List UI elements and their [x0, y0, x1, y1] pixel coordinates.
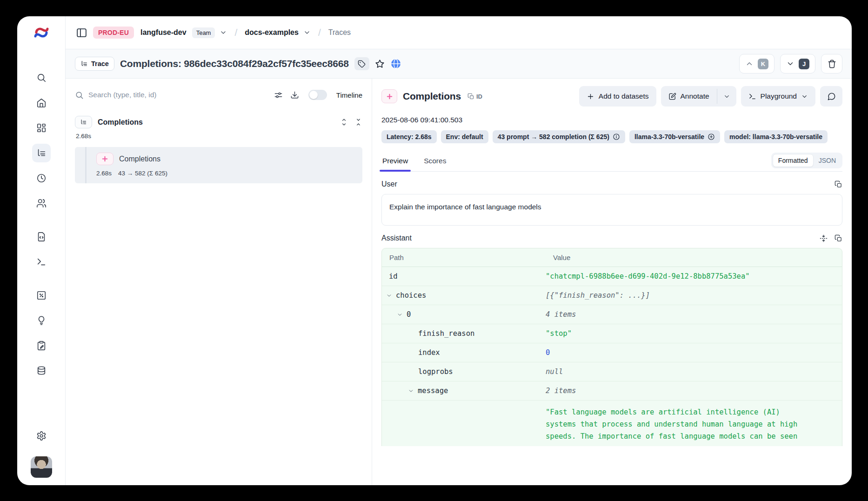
- sidebar-item-dashboard[interactable]: [32, 119, 51, 137]
- collapse-content-button[interactable]: [820, 234, 828, 242]
- copy-id-label: ID: [476, 93, 482, 100]
- unfold-vertical-icon: [340, 118, 348, 126]
- gear-icon: [36, 431, 47, 441]
- sidebar-item-users[interactable]: [32, 194, 51, 213]
- panel-toggle-button[interactable]: [76, 27, 87, 39]
- circle-plus-icon: [708, 133, 715, 140]
- json-value: null: [546, 364, 842, 380]
- json-table-header: Path Value: [382, 248, 842, 267]
- table-row: finish_reason "stop": [382, 324, 842, 343]
- copy-id-button[interactable]: ID: [467, 93, 482, 100]
- comments-button[interactable]: [820, 86, 842, 107]
- model-link-badge[interactable]: llama-3.3-70b-versatile: [629, 130, 720, 143]
- chevron-down-icon[interactable]: [397, 312, 403, 318]
- star-icon: [375, 59, 385, 69]
- table-row: id "chatcmpl-6988b6ee-d699-402d-9e12-8bb…: [382, 267, 842, 286]
- trash-icon: [828, 60, 836, 68]
- observation-tree-panel: Timeline Completions 2.68s Completions: [66, 79, 372, 485]
- table-row: logprobs null: [382, 362, 842, 381]
- project-name[interactable]: docs-examples: [245, 28, 299, 37]
- format-formatted-option[interactable]: Formatted: [773, 154, 814, 167]
- trace-badge-label: Trace: [91, 60, 109, 67]
- model-metadata-badge: model: llama-3.3-70b-versatile: [724, 130, 828, 143]
- sidebar-item-prompts[interactable]: [32, 227, 51, 246]
- sidebar-item-evaluations[interactable]: [32, 286, 51, 305]
- timeline-toggle[interactable]: [308, 90, 327, 100]
- fold-vertical-icon: [354, 118, 362, 126]
- next-trace-button[interactable]: J: [780, 54, 815, 73]
- playground-button[interactable]: Playground: [741, 86, 815, 107]
- sidebar-item-home[interactable]: [32, 94, 51, 112]
- annotate-button[interactable]: Annotate: [661, 86, 717, 107]
- annotate-dropdown-button[interactable]: [717, 86, 736, 107]
- copy-icon: [467, 93, 474, 100]
- chevron-down-icon[interactable]: [408, 388, 414, 394]
- langfuse-logo[interactable]: [17, 16, 65, 49]
- metadata-badges: Latency: 2.68s Env: default 43 prompt → …: [381, 130, 842, 143]
- json-value: 0: [546, 345, 842, 361]
- sidebar-item-annotation[interactable]: [32, 336, 51, 355]
- table-row: "Fast language models are artificial int…: [382, 401, 842, 446]
- public-globe-button[interactable]: [390, 58, 401, 69]
- json-value: [{"finish_reason": ...}]: [546, 287, 842, 303]
- tree-child-duration: 2.68s: [96, 170, 112, 177]
- panel-left-icon: [76, 27, 87, 39]
- download-button[interactable]: [290, 91, 299, 100]
- terminal-icon: [748, 93, 756, 100]
- tree-root-node[interactable]: Completions: [75, 116, 362, 128]
- json-key: id: [389, 272, 398, 281]
- tab-scores[interactable]: Scores: [423, 153, 447, 171]
- app-window: PROD-EU langfuse-dev Team / docs-example…: [17, 16, 852, 485]
- org-chevron-down-icon[interactable]: [220, 29, 227, 36]
- timeline-label: Timeline: [336, 91, 362, 99]
- sidebar-item-tracing[interactable]: [32, 144, 51, 162]
- sidebar-item-settings[interactable]: [32, 427, 51, 445]
- tag-icon: [358, 60, 366, 68]
- sidebar-item-datasets[interactable]: [32, 361, 51, 380]
- copy-assistant-content-button[interactable]: [835, 234, 842, 242]
- shortcut-key-j: J: [799, 59, 809, 69]
- org-role-badge: Team: [192, 27, 215, 38]
- delete-trace-button[interactable]: [821, 54, 842, 73]
- previous-trace-button[interactable]: K: [739, 54, 775, 73]
- sidebar-item-insights[interactable]: [32, 311, 51, 330]
- search-icon: [36, 73, 47, 83]
- breadcrumb-section[interactable]: Traces: [328, 28, 351, 37]
- generation-icon: [381, 89, 397, 103]
- project-chevron-down-icon[interactable]: [303, 29, 311, 36]
- sidebar-item-sessions[interactable]: [32, 169, 51, 187]
- table-row: index 0: [382, 343, 842, 362]
- download-icon: [290, 91, 299, 100]
- json-key: finish_reason: [418, 329, 474, 338]
- table-row: 0 4 items: [382, 305, 842, 324]
- sidebar-item-search[interactable]: [32, 68, 51, 87]
- tree-selected-node[interactable]: Completions 2.68s 43 → 582 (Σ 625): [75, 147, 362, 183]
- format-json-option[interactable]: JSON: [814, 154, 841, 167]
- chevron-up-icon: [745, 60, 754, 68]
- sidebar-item-playground[interactable]: [32, 253, 51, 271]
- tree-search-row: Timeline: [75, 85, 362, 105]
- org-name[interactable]: langfuse-dev: [140, 28, 187, 37]
- user-avatar[interactable]: [31, 456, 52, 478]
- assistant-label: Assistant: [381, 234, 412, 242]
- tag-button[interactable]: [354, 57, 369, 70]
- shortcut-key-k: K: [758, 59, 768, 69]
- assistant-section-header: Assistant: [381, 234, 842, 242]
- collapse-all-button[interactable]: [354, 118, 362, 126]
- chevron-down-icon[interactable]: [386, 293, 392, 299]
- trace-type-badge: Trace: [75, 57, 114, 71]
- search-input[interactable]: [88, 91, 267, 99]
- token-usage-badge[interactable]: 43 prompt → 582 completion (Σ 625): [493, 130, 625, 143]
- expand-all-button[interactable]: [340, 118, 348, 126]
- copy-user-content-button[interactable]: [835, 180, 842, 188]
- star-button[interactable]: [375, 59, 385, 69]
- clipboard-pen-icon: [36, 341, 47, 351]
- tab-preview[interactable]: Preview: [381, 153, 409, 171]
- plus-icon: [587, 93, 594, 100]
- add-to-datasets-button[interactable]: Add to datasets: [579, 86, 656, 107]
- rail-nav: [32, 62, 51, 380]
- filter-settings-button[interactable]: [274, 91, 283, 100]
- observation-timestamp: 2025-08-06 09:41:00.503: [381, 116, 842, 124]
- pen-square-icon: [668, 93, 676, 100]
- list-tree-icon: [36, 148, 47, 158]
